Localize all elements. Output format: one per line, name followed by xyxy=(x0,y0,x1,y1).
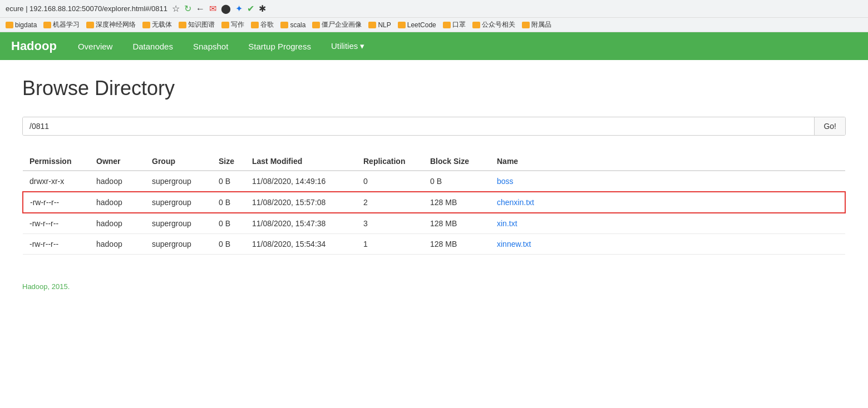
bookmark-item[interactable]: 写作 xyxy=(221,20,244,29)
bookmark-label: 写作 xyxy=(231,20,244,29)
bookmark-folder-icon xyxy=(43,22,51,28)
bookmark-item[interactable]: LeetCode xyxy=(398,21,436,29)
bookmark-folder-icon xyxy=(472,22,480,28)
bookmark-folder-icon xyxy=(6,22,13,28)
footer-text: Hadoop, 2015. xyxy=(22,282,70,291)
cell-group: supergroup xyxy=(145,213,212,234)
bookmark-item[interactable]: scala xyxy=(280,21,305,29)
footer: Hadoop, 2015. xyxy=(0,271,868,302)
cell-blocksize: 128 MB xyxy=(423,234,490,255)
th-group: Group xyxy=(145,152,212,171)
check-icon[interactable]: ✔ xyxy=(247,3,254,14)
th-size: Size xyxy=(212,152,245,171)
path-input[interactable] xyxy=(23,117,814,135)
nav-snapshot[interactable]: Snapshot xyxy=(183,32,238,60)
cell-name[interactable]: xinnew.txt xyxy=(490,234,845,255)
page-title: Browse Directory xyxy=(22,77,846,100)
refresh-icon[interactable]: ↻ xyxy=(184,3,191,14)
cell-blocksize: 0 B xyxy=(423,171,490,192)
cell-permission: -rw-r--r-- xyxy=(23,234,90,255)
cell-replication: 2 xyxy=(357,192,423,213)
browser-url: ecure | 192.168.88.102:50070/explorer.ht… xyxy=(6,4,167,13)
bookmark-item[interactable]: 口罩 xyxy=(443,20,466,29)
nav-startup-progress[interactable]: Startup Progress xyxy=(238,32,321,60)
search-bar: Go! xyxy=(22,117,846,136)
bookmarks-bar: bigdata机器学习深度神经网络无载体知识图谱写作谷歌scala僵尸企业画像N… xyxy=(0,18,868,32)
menu-icon[interactable]: ✱ xyxy=(259,3,266,14)
bookmark-item[interactable]: 谷歌 xyxy=(251,20,274,29)
th-owner: Owner xyxy=(90,152,145,171)
cell-permission: -rw-r--r-- xyxy=(23,192,90,213)
table-body: drwxr-xr-xhadoopsupergroup0 B11/08/2020,… xyxy=(23,171,845,255)
bookmark-folder-icon xyxy=(443,22,451,28)
bookmark-item[interactable]: 附属品 xyxy=(522,20,551,29)
bookmark-folder-icon xyxy=(251,22,259,28)
bookmark-folder-icon xyxy=(522,22,530,28)
bookmark-item[interactable]: 无载体 xyxy=(142,20,172,29)
bookmark-item[interactable]: NLP xyxy=(368,21,391,29)
extension-icon[interactable]: ✦ xyxy=(235,3,243,14)
cell-permission: -rw-r--r-- xyxy=(23,213,90,234)
file-link[interactable]: chenxin.txt xyxy=(497,198,534,207)
cell-owner: hadoop xyxy=(90,213,145,234)
navbar-brand[interactable]: Hadoop xyxy=(11,39,57,53)
bookmark-label: 深度神经网络 xyxy=(96,20,136,29)
nav-datanodes[interactable]: Datanodes xyxy=(122,32,183,60)
bookmark-label: 公众号相关 xyxy=(482,20,515,29)
bookmark-item[interactable]: 机器学习 xyxy=(43,20,80,29)
cell-replication: 3 xyxy=(357,213,423,234)
cell-group: supergroup xyxy=(145,192,212,213)
bookmark-folder-icon xyxy=(368,22,376,28)
star-icon[interactable]: ☆ xyxy=(172,3,180,14)
cell-name[interactable]: boss xyxy=(490,171,845,192)
bookmark-item[interactable]: 僵尸企业画像 xyxy=(312,20,362,29)
cell-size: 0 B xyxy=(212,192,245,213)
main-content: Browse Directory Go! Permission Owner Gr… xyxy=(0,60,868,271)
bookmark-folder-icon xyxy=(142,22,150,28)
cell-name[interactable]: chenxin.txt xyxy=(490,192,845,213)
bookmark-folder-icon xyxy=(179,22,186,28)
bookmark-item[interactable]: 知识图谱 xyxy=(179,20,215,29)
bookmark-item[interactable]: bigdata xyxy=(6,21,37,29)
browser-icons: ☆ ↻ ← ✉ ⬤ ✦ ✔ ✱ xyxy=(172,3,266,14)
nav-overview[interactable]: Overview xyxy=(68,32,123,60)
bookmark-item[interactable]: 深度神经网络 xyxy=(86,20,136,29)
cell-modified: 11/08/2020, 15:47:38 xyxy=(245,213,357,234)
cell-replication: 0 xyxy=(357,171,423,192)
cell-permission: drwxr-xr-x xyxy=(23,171,90,192)
bookmark-label: scala xyxy=(290,21,305,29)
file-table: Permission Owner Group Size Last Modifie… xyxy=(22,152,846,255)
cell-owner: hadoop xyxy=(90,192,145,213)
bookmark-folder-icon xyxy=(221,22,229,28)
cell-replication: 1 xyxy=(357,234,423,255)
file-link[interactable]: boss xyxy=(497,177,514,186)
table-row: -rw-r--r--hadoopsupergroup0 B11/08/2020,… xyxy=(23,234,845,255)
th-permission: Permission xyxy=(23,152,90,171)
file-link[interactable]: xinnew.txt xyxy=(497,240,531,248)
bookmark-label: 无载体 xyxy=(152,20,172,29)
mail-icon[interactable]: ✉ xyxy=(209,3,216,14)
bookmark-label: LeetCode xyxy=(407,21,436,29)
bookmark-label: NLP xyxy=(378,21,391,29)
th-modified: Last Modified xyxy=(245,152,357,171)
th-replication: Replication xyxy=(357,152,423,171)
bookmark-label: 僵尸企业画像 xyxy=(322,20,362,29)
nav-utilities[interactable]: Utilities ▾ xyxy=(321,32,375,60)
cell-name[interactable]: xin.txt xyxy=(490,213,845,234)
bookmark-label: 机器学习 xyxy=(53,20,80,29)
bookmark-item[interactable]: 公众号相关 xyxy=(472,20,515,29)
th-name: Name xyxy=(490,152,845,171)
cell-modified: 11/08/2020, 15:54:34 xyxy=(245,234,357,255)
file-link[interactable]: xin.txt xyxy=(497,219,517,228)
circle-icon: ⬤ xyxy=(221,3,231,14)
cell-group: supergroup xyxy=(145,234,212,255)
cell-owner: hadoop xyxy=(90,234,145,255)
table-row: -rw-r--r--hadoopsupergroup0 B11/08/2020,… xyxy=(23,192,845,213)
go-button[interactable]: Go! xyxy=(814,117,845,135)
navbar: Hadoop Overview Datanodes Snapshot Start… xyxy=(0,32,868,60)
back-icon[interactable]: ← xyxy=(196,4,205,14)
browser-bar: ecure | 192.168.88.102:50070/explorer.ht… xyxy=(0,0,868,18)
bookmark-folder-icon xyxy=(312,22,320,28)
table-row: drwxr-xr-xhadoopsupergroup0 B11/08/2020,… xyxy=(23,171,845,192)
bookmark-folder-icon xyxy=(280,22,288,28)
